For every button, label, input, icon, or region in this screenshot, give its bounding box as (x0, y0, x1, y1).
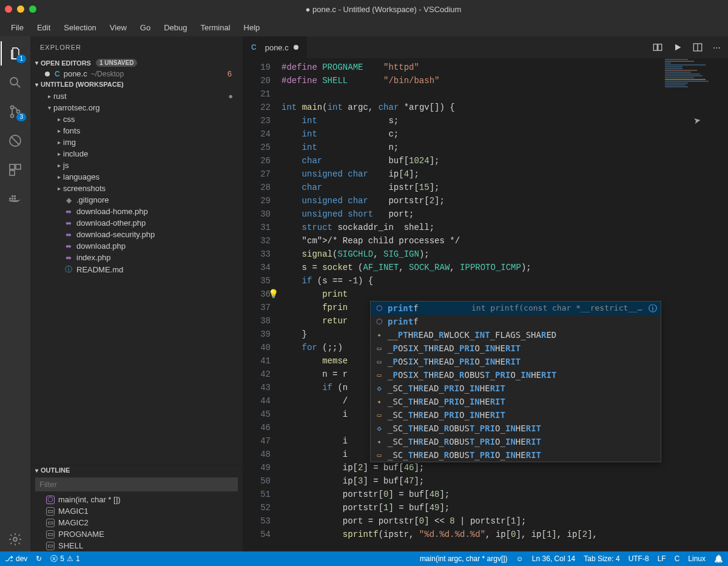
open-editors-header[interactable]: ▾ OPEN EDITORS 1 UNSAVED (30, 58, 243, 68)
tab-size[interactable]: Tab Size: 4 (584, 554, 619, 563)
unsaved-badge: 1 UNSAVED (96, 59, 138, 67)
menu-debug[interactable]: Debug (158, 21, 193, 35)
file-item[interactable]: ⬌download.php (30, 240, 243, 252)
os-indicator[interactable]: Linux (688, 554, 706, 563)
folder-item[interactable]: ▾parrotsec.org (30, 102, 243, 113)
file-item[interactable]: ⬌download-home.php (30, 206, 243, 217)
eol[interactable]: LF (658, 554, 666, 563)
menu-go[interactable]: Go (134, 21, 157, 35)
folder-item[interactable]: ▸screenshots (30, 183, 243, 194)
outline-filter-input[interactable] (35, 477, 238, 491)
menu-help[interactable]: Help (238, 21, 266, 35)
code-editor[interactable]: 1920212223242526272829303132333435363738… (243, 58, 728, 551)
menu-file[interactable]: File (5, 21, 30, 35)
more-actions-icon[interactable]: ⋯ (713, 43, 721, 52)
error-icon: ⓧ (50, 554, 58, 564)
constant-icon: ▭ (46, 530, 55, 539)
split-compare-icon[interactable] (652, 42, 663, 53)
suggest-kind-icon: ◇ (374, 422, 384, 435)
source-control-icon[interactable]: 3 (1, 99, 30, 124)
docker-icon[interactable] (1, 187, 30, 211)
svg-rect-15 (658, 44, 662, 51)
editor-tabs: C pone.c ⋯ (243, 36, 728, 58)
notifications-bell-icon[interactable] (714, 554, 723, 563)
suggest-item[interactable]: ◇_SC_THREAD_ROBUST_PRIO_INHERIT (371, 422, 661, 435)
suggest-item[interactable]: ▭_POSIX_THREAD_PRIO_INHERIT (371, 342, 661, 355)
menu-selection[interactable]: Selection (58, 21, 102, 35)
suggest-item[interactable]: ▭_POSIX_THREAD_PRIO_INHERIT (371, 355, 661, 368)
intellisense-popup[interactable]: ⬡printfint printf(const char *__restrict… (370, 301, 661, 462)
breadcrumb-context[interactable]: main(int argc, char * argv[]) (420, 554, 508, 563)
file-item[interactable]: ⬌download-other.php (30, 217, 243, 229)
workspace-header[interactable]: ▾ UNTITLED (WORKSPACE) (30, 79, 243, 89)
suggest-item[interactable]: ◇_SC_THREAD_PRIO_INHERIT (371, 382, 661, 395)
chevron-icon: ▸ (55, 162, 63, 169)
suggest-item[interactable]: ⬡printfint printf(const char *__restrict… (371, 302, 661, 315)
suggest-kind-icon: ▭ (374, 408, 384, 422)
run-icon[interactable] (673, 42, 682, 52)
suggest-item[interactable]: ✦_SC_THREAD_ROBUST_PRIO_INHERIT (371, 435, 661, 448)
extensions-icon[interactable] (1, 158, 30, 182)
minimap[interactable] (662, 58, 721, 301)
outline-item[interactable]: ▭MAGIC2 (30, 517, 243, 528)
menu-terminal[interactable]: Terminal (194, 21, 236, 35)
outline-item[interactable]: ▭SHELL (30, 540, 243, 551)
close-window-icon[interactable] (5, 5, 12, 13)
feedback-icon[interactable]: ☺ (516, 554, 524, 563)
file-item[interactable]: ⓘREADME.md (30, 263, 243, 276)
file-item[interactable]: ◆.gitignore (30, 194, 243, 206)
activity-bar: 1 3 (0, 36, 30, 551)
git-branch[interactable]: dev (5, 554, 27, 563)
open-editor-item[interactable]: C pone.c ~/Desktop 6 (30, 68, 243, 79)
folder-item[interactable]: ▸img (30, 136, 243, 148)
minimize-window-icon[interactable] (17, 5, 24, 13)
sync-button[interactable]: ↻ (36, 554, 42, 563)
file-item[interactable]: ⬌download-security.php (30, 229, 243, 240)
suggest-item[interactable]: ⬡printf (371, 315, 661, 328)
suggest-item[interactable]: ▭_POSIX_THREAD_ROBUST_PRIO_INHERIT (371, 368, 661, 382)
folder-item[interactable]: ▸include (30, 148, 243, 160)
debug-icon[interactable] (1, 129, 30, 153)
outline-item[interactable]: ⬡main(int, char * []) (30, 494, 243, 505)
outline-item[interactable]: ▭MAGIC1 (30, 505, 243, 517)
menu-view[interactable]: View (104, 21, 133, 35)
language-mode[interactable]: C (675, 554, 680, 563)
suggest-item[interactable]: ▭_SC_THREAD_ROBUST_PRIO_INHERIT (371, 448, 661, 462)
menu-edit[interactable]: Edit (31, 21, 56, 35)
folder-item[interactable]: ▸js (30, 160, 243, 171)
maximize-window-icon[interactable] (29, 5, 36, 13)
suggest-kind-icon: ◇ (374, 382, 384, 395)
search-icon[interactable] (1, 70, 30, 95)
suggest-kind-icon: ⬡ (374, 302, 384, 315)
constant-icon: ▭ (46, 542, 55, 550)
lightbulb-icon[interactable]: 💡 (268, 288, 278, 301)
suggest-item[interactable]: ✦_SC_THREAD_PRIO_INHERIT (371, 395, 661, 408)
info-icon[interactable]: ⓘ (649, 302, 657, 315)
outline-item[interactable]: ▭PROGNAME (30, 528, 243, 540)
chevron-icon: ▸ (55, 150, 63, 157)
file-tree: ▸rust●▾parrotsec.org▸css▸fonts▸img▸inclu… (30, 89, 243, 465)
problems-status[interactable]: ⓧ5 ⚠1 (50, 554, 79, 564)
folder-item[interactable]: ▸css (30, 113, 243, 125)
editor-tab-pone[interactable]: C pone.c (243, 36, 308, 58)
scm-badge: 3 (16, 113, 26, 121)
folder-item[interactable]: ▸rust● (30, 90, 243, 102)
svg-rect-10 (14, 198, 16, 200)
folder-item[interactable]: ▸fonts (30, 125, 243, 136)
svg-point-1 (11, 106, 14, 109)
suggest-item[interactable]: ✦__PTHREAD_RWLOCK_INT_FLAGS_SHARED (371, 328, 661, 342)
split-editor-icon[interactable] (692, 42, 703, 53)
sidebar-explorer: EXPLORER ▾ OPEN EDITORS 1 UNSAVED C pone… (30, 36, 243, 551)
line-gutter: 1920212223242526272829303132333435363738… (243, 58, 279, 551)
folder-item[interactable]: ▸languages (30, 171, 243, 183)
file-item[interactable]: ⬌index.php (30, 252, 243, 263)
explorer-badge: 1 (16, 55, 26, 63)
explorer-icon[interactable]: 1 (1, 41, 30, 66)
cursor-position[interactable]: Ln 36, Col 14 (532, 554, 575, 563)
suggest-kind-icon: ▭ (374, 355, 384, 368)
suggest-item[interactable]: ▭_SC_THREAD_PRIO_INHERIT (371, 408, 661, 422)
settings-gear-icon[interactable] (1, 527, 30, 551)
encoding[interactable]: UTF-8 (629, 554, 649, 563)
chevron-icon: ▸ (55, 185, 63, 192)
outline-header[interactable]: ▾ OUTLINE (30, 465, 243, 475)
